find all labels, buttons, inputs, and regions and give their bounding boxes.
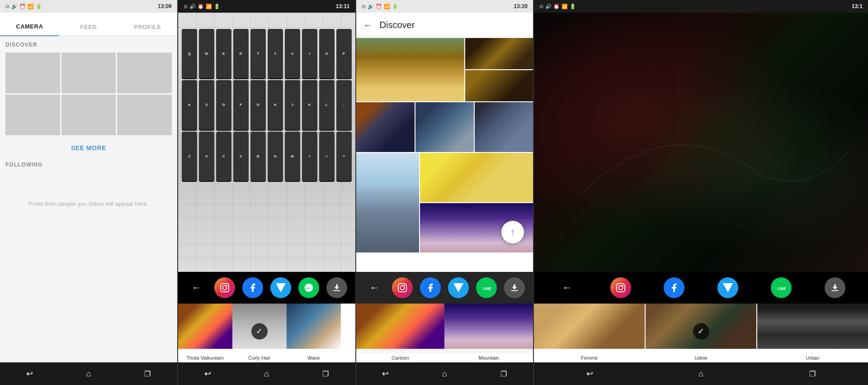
- style-char-label: Cartoon: [356, 353, 445, 362]
- nav-home-2[interactable]: ⌂: [260, 367, 273, 380]
- svg-point-5: [401, 285, 405, 290]
- key-h: H: [268, 80, 283, 129]
- bottom-nav-3: ↩ ⌂ ❐: [356, 362, 533, 385]
- twitter-share-button-2[interactable]: [270, 277, 291, 298]
- discover-img-5[interactable]: [61, 95, 116, 135]
- facebook-share-button-2[interactable]: [242, 277, 263, 298]
- discover-back-button[interactable]: ←: [363, 20, 373, 30]
- discover-img-1[interactable]: [5, 52, 60, 93]
- style-udnie[interactable]: ✓ Udnie: [646, 304, 756, 362]
- style-mountain-label: Mountain: [444, 353, 533, 362]
- download-button-3[interactable]: [504, 277, 525, 298]
- style-urban-label: Urban: [757, 353, 868, 362]
- mosaic-horses-img[interactable]: [356, 38, 465, 101]
- discover-img-3[interactable]: [117, 52, 172, 93]
- svg-rect-0: [221, 284, 229, 292]
- tab-profile[interactable]: PROFILE: [118, 24, 177, 36]
- facebook-share-button-4[interactable]: [664, 277, 684, 298]
- style-curly-hair[interactable]: ✓ Curly Hair: [232, 304, 287, 362]
- battery-icon-2: 🔋: [214, 4, 220, 10]
- mosaic-house2-img[interactable]: [415, 102, 474, 152]
- volume-icon-4: 🔊: [545, 4, 552, 10]
- instagram-share-button-2[interactable]: [214, 277, 235, 298]
- nav-recent-1[interactable]: ❐: [141, 367, 154, 380]
- svg-point-2: [226, 285, 227, 286]
- key-e: E: [216, 29, 231, 78]
- twitter-share-button-4[interactable]: [717, 277, 738, 298]
- back-button-3[interactable]: ←: [364, 277, 385, 298]
- mosaic-char-img[interactable]: [420, 153, 533, 202]
- nav-recent-4[interactable]: ❐: [806, 367, 819, 380]
- keyboard-keys: Q W E R T Y U I O P A S D F G H J K L ; …: [178, 25, 355, 236]
- line-share-button-4[interactable]: LINE: [771, 277, 792, 298]
- key-v: V: [233, 132, 249, 181]
- mosaic-house3-img[interactable]: [475, 102, 533, 152]
- discover-img-4[interactable]: [5, 95, 60, 135]
- back-button-4[interactable]: ←: [557, 277, 578, 298]
- twitter-share-button-3[interactable]: [448, 277, 469, 298]
- style-char[interactable]: Cartoon: [356, 304, 445, 362]
- tab-bar-1: CAMERA FEED PROFILE: [0, 13, 177, 36]
- download-button-2[interactable]: [326, 277, 347, 298]
- facebook-share-button-3[interactable]: [420, 277, 441, 298]
- discover-img-6[interactable]: [117, 95, 172, 135]
- alarm-icon-4: ⏰: [553, 4, 560, 10]
- style-urban[interactable]: Urban: [757, 304, 868, 362]
- style-wave[interactable]: Wave: [287, 304, 341, 362]
- mosaic-woman-img[interactable]: [356, 153, 419, 252]
- wifi-icon-4: 📶: [561, 4, 568, 10]
- nav-home-1[interactable]: ⌂: [82, 367, 95, 380]
- download-button-4[interactable]: [825, 277, 845, 298]
- time-1: 13:09: [158, 3, 172, 10]
- style-mountain-pick[interactable]: Mountain: [444, 304, 533, 362]
- mosaic-house1-img[interactable]: [356, 102, 415, 152]
- see-more-button[interactable]: SEE MORE: [5, 139, 172, 157]
- key-m: M: [285, 132, 300, 181]
- mosaic-row-3: ↑: [356, 153, 533, 252]
- style-picker-3: Cartoon Mountain: [356, 304, 533, 362]
- bottom-nav-2: ↩ ⌂ ❐: [178, 362, 355, 385]
- svg-point-9: [570, 25, 678, 187]
- style-femme[interactable]: Femme: [534, 304, 645, 362]
- following-section: FOLLOWING Posts from people you follow w…: [5, 162, 172, 236]
- nav-back-4[interactable]: ↩: [583, 367, 596, 380]
- discover-grid: [5, 52, 172, 135]
- nav-recent-3[interactable]: ❐: [497, 367, 510, 380]
- key-i: I: [302, 29, 317, 78]
- mosaic-mountain-img[interactable]: ↑: [420, 203, 533, 252]
- nav-back-3[interactable]: ↩: [379, 367, 392, 380]
- volume-icon-1: 🔊: [11, 4, 18, 10]
- style-femme-label: Femme: [534, 353, 645, 362]
- mosaic-bar2-img[interactable]: [465, 70, 533, 101]
- line-share-button-3[interactable]: LINE: [476, 277, 497, 298]
- nav-recent-2[interactable]: ❐: [319, 367, 332, 380]
- nav-back-1[interactable]: ↩: [23, 367, 36, 380]
- wifi-icon-2: 📶: [206, 4, 212, 10]
- status-bar-3: ⊙ 🔊 ⏰ 📶 🔋 13:20: [356, 0, 533, 13]
- key-period: >: [319, 132, 335, 181]
- panel-camera-feed: ⊙ 🔊 ⏰ 📶 🔋 13:09 CAMERA FEED PROFILE DISC…: [0, 0, 177, 385]
- tab-camera[interactable]: CAMERA: [0, 23, 59, 36]
- instagram-share-button-3[interactable]: [392, 277, 413, 298]
- nav-home-4[interactable]: ⌂: [695, 367, 708, 380]
- style-thota[interactable]: Thota Vaikuntam: [178, 304, 232, 362]
- nav-home-3[interactable]: ⌂: [438, 367, 451, 380]
- style-udnie-label: Udnie: [646, 353, 756, 362]
- tab-feed[interactable]: FEED: [59, 24, 118, 36]
- key-x: X: [199, 132, 214, 181]
- key-k: K: [302, 80, 317, 129]
- back-button-2[interactable]: ←: [186, 277, 207, 298]
- nav-back-2[interactable]: ↩: [201, 367, 214, 380]
- key-g: G: [250, 80, 266, 129]
- main-photo-2: Q W E R T Y U I O P A S D F G H J K L ; …: [178, 13, 355, 272]
- line-share-button-2[interactable]: LINE: [298, 277, 319, 298]
- following-empty-text: Posts from people you follow will appear…: [5, 172, 172, 236]
- upload-button[interactable]: ↑: [501, 221, 524, 243]
- instagram-share-button-4[interactable]: [610, 277, 631, 298]
- wifi-icon-3: 📶: [384, 4, 390, 10]
- following-title: FOLLOWING: [5, 162, 172, 168]
- mosaic-row-1: [356, 38, 533, 101]
- mosaic-bar-img[interactable]: [465, 38, 533, 69]
- battery-icon-3: 🔋: [392, 4, 398, 10]
- discover-img-2[interactable]: [61, 52, 116, 93]
